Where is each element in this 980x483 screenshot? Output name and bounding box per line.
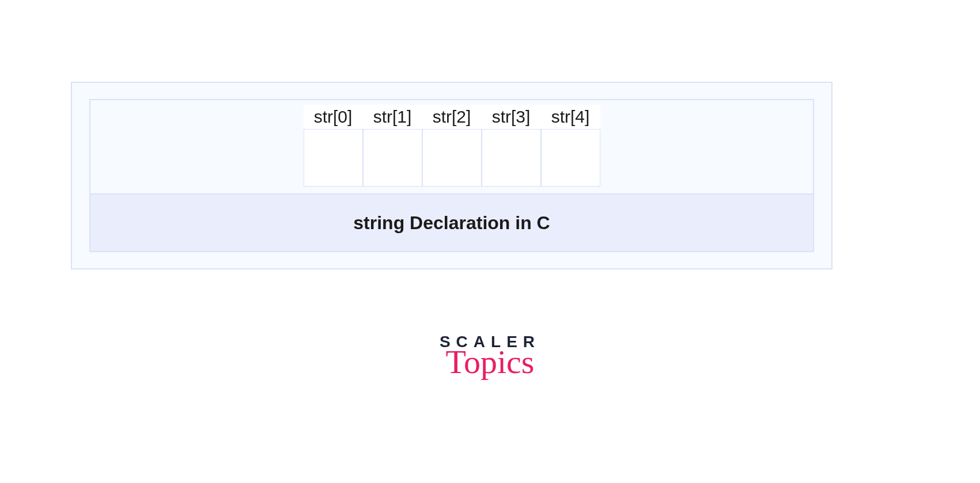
scaler-topics-logo: SCALER Topics (440, 333, 540, 379)
array-labels-row: str[0] str[1] str[2] str[3] str[4] (304, 105, 600, 129)
array-area: str[0] str[1] str[2] str[3] str[4] (90, 100, 813, 193)
logo-line-2: Topics (440, 345, 540, 379)
array-cell (363, 129, 422, 187)
array-block: str[0] str[1] str[2] str[3] str[4] (304, 105, 600, 187)
array-label: str[4] (541, 105, 600, 129)
array-cell (422, 129, 482, 187)
diagram-outer-frame: str[0] str[1] str[2] str[3] str[4] strin… (71, 82, 833, 269)
array-label: str[0] (304, 105, 363, 129)
array-cell (304, 129, 363, 187)
diagram-inner-frame: str[0] str[1] str[2] str[3] str[4] strin… (89, 99, 814, 252)
array-label: str[2] (422, 105, 482, 129)
array-cell (482, 129, 541, 187)
array-label: str[3] (482, 105, 541, 129)
array-cell (541, 129, 600, 187)
array-cells-row (304, 129, 600, 187)
caption-text: string Declaration in C (353, 212, 550, 234)
array-label: str[1] (363, 105, 422, 129)
caption-bar: string Declaration in C (90, 193, 813, 251)
